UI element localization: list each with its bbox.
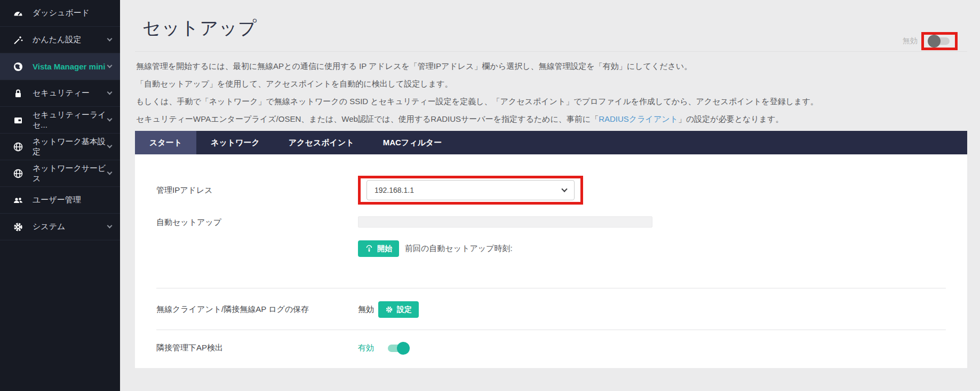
- sidebar-item-label: かんたん設定: [33, 35, 81, 45]
- chevron-down-icon: [107, 143, 113, 148]
- sidebar-item-label: システム: [33, 222, 65, 232]
- sidebar-item-easy-setup[interactable]: かんたん設定: [0, 27, 120, 53]
- tab-start[interactable]: スタート: [135, 131, 196, 154]
- sidebar-item-label: ダッシュボード: [33, 8, 90, 18]
- start-button-label: 開始: [377, 244, 392, 254]
- page-title: セットアップ: [142, 16, 967, 41]
- annotation-highlight-toggle: [921, 32, 958, 50]
- wireless-status-label: 無効: [903, 36, 918, 46]
- gear-icon: [13, 222, 23, 232]
- chevron-down-icon: [107, 90, 113, 95]
- dashboard-icon: [13, 8, 23, 19]
- last-auto-setup-time-label: 前回の自動セットアップ時刻:: [405, 244, 513, 254]
- tab-access-point[interactable]: アクセスポイント: [274, 131, 369, 154]
- sidebar-item-security-license[interactable]: セキュリティーライセ...: [0, 107, 120, 134]
- sidebar-item-network-basic[interactable]: ネットワーク基本設定: [0, 134, 120, 160]
- auto-setup-progress-bar: [358, 216, 652, 228]
- log-save-settings-button[interactable]: 設定: [378, 301, 419, 318]
- auto-setup-start-line: 開始 前回の自動セットアップ時刻:: [358, 240, 652, 288]
- sidebar-item-label: セキュリティー: [33, 88, 90, 98]
- description-line: 無線管理を開始するには、最初に無線APとの通信に使用する IP アドレスを「管理…: [136, 60, 967, 72]
- chevron-down-icon: [107, 63, 113, 68]
- tab-network[interactable]: ネットワーク: [196, 131, 274, 154]
- sidebar-item-dashboard[interactable]: ダッシュボード: [0, 0, 120, 27]
- lock-icon: [13, 88, 23, 99]
- chevron-down-icon: [107, 170, 113, 175]
- magic-wand-icon: [13, 35, 23, 45]
- sidebar-item-label: ユーザー管理: [33, 195, 81, 205]
- neighbor-ap-row: 隣接管理下AP検出 有効: [156, 330, 946, 368]
- chevron-down-icon: [561, 186, 567, 192]
- setup-tabbar: スタート ネットワーク アクセスポイント MACフィルター: [135, 131, 967, 154]
- neighbor-ap-toggle[interactable]: [388, 345, 408, 352]
- tab-mac-filter[interactable]: MACフィルター: [369, 131, 457, 154]
- toggle-knob: [397, 342, 410, 355]
- sidebar: ダッシュボード かんたん設定 Vista Manager mini セキュリティ…: [0, 0, 120, 391]
- sidebar-item-vista-manager-mini[interactable]: Vista Manager mini: [0, 53, 120, 80]
- log-save-status: 無効: [358, 304, 374, 315]
- globe-icon: [13, 142, 23, 152]
- settings-button-label: 設定: [397, 305, 412, 315]
- start-button[interactable]: 開始: [358, 240, 399, 257]
- setup-card: スタート ネットワーク アクセスポイント MACフィルター 管理IPアドレス 1…: [135, 131, 967, 368]
- sidebar-item-label: ネットワークサービス: [33, 163, 108, 184]
- mgmt-ip-row: 管理IPアドレス 192.168.1.1: [156, 154, 946, 205]
- description-line: もしくは、手動で「ネットワーク」で無線ネットワークの SSID とセキュリティー…: [136, 96, 967, 107]
- mgmt-ip-select[interactable]: 192.168.1.1: [366, 180, 575, 200]
- mgmt-ip-selected-value: 192.168.1.1: [375, 186, 414, 194]
- sidebar-item-user-management[interactable]: ユーザー管理: [0, 187, 120, 214]
- chevron-down-icon: [107, 36, 113, 42]
- auto-setup-label: 自動セットアップ: [156, 216, 358, 228]
- description-line4-post: 」の設定が必要となります。: [678, 114, 783, 123]
- license-wallet-icon: [13, 115, 23, 126]
- auto-setup-controls: 開始 前回の自動セットアップ時刻:: [358, 216, 652, 288]
- description-line4-pre: セキュリティーWPAエンタープライズ/OSEN、または、Web認証では、使用する…: [136, 114, 599, 123]
- chevron-down-icon: [107, 116, 113, 122]
- sidebar-item-label: セキュリティーライセ...: [33, 110, 108, 130]
- sidebar-item-system[interactable]: システム: [0, 214, 120, 240]
- wireless-enable-toggle[interactable]: [929, 37, 950, 45]
- chevron-down-icon: [107, 223, 113, 229]
- auto-setup-row: 自動セットアップ 開始 前回の自動セットアップ時刻:: [156, 216, 946, 288]
- mgmt-ip-label: 管理IPアドレス: [156, 185, 358, 196]
- sidebar-item-network-services[interactable]: ネットワークサービス: [0, 160, 120, 187]
- wireless-management-toggle-area: 無効: [903, 32, 958, 50]
- main-content: 無効 セットアップ 無線管理を開始するには、最初に無線APとの通信に使用する I…: [120, 16, 980, 391]
- log-save-row: 無線クライアント/隣接無線AP ログの保存 無効 設定: [156, 288, 946, 330]
- setup-card-body: 管理IPアドレス 192.168.1.1 自動セットアップ: [135, 154, 967, 368]
- description-line: 「自動セットアップ」を使用して、アクセスポイントを自動的に検出して設定します。: [136, 78, 967, 89]
- radius-client-link[interactable]: RADIUSクライアント: [599, 114, 678, 123]
- log-save-label: 無線クライアント/隣接無線AP ログの保存: [156, 304, 358, 315]
- vista-globe-icon: [13, 61, 23, 72]
- globe-icon: [13, 168, 23, 179]
- sidebar-item-label: ネットワーク基本設定: [33, 137, 108, 157]
- description-block: 無線管理を開始するには、最初に無線APとの通信に使用する IP アドレスを「管理…: [135, 51, 967, 124]
- users-icon: [13, 195, 23, 206]
- access-point-icon: [365, 245, 373, 253]
- toggle-knob: [928, 35, 941, 48]
- neighbor-ap-status: 有効: [358, 343, 374, 353]
- sidebar-item-security[interactable]: セキュリティー: [0, 80, 120, 107]
- gear-icon: [385, 306, 393, 314]
- description-line: セキュリティーWPAエンタープライズ/OSEN、または、Web認証では、使用する…: [136, 113, 967, 124]
- annotation-highlight-select: 192.168.1.1: [358, 176, 583, 205]
- sidebar-item-label: Vista Manager mini: [33, 62, 105, 71]
- neighbor-ap-label: 隣接管理下AP検出: [156, 343, 358, 353]
